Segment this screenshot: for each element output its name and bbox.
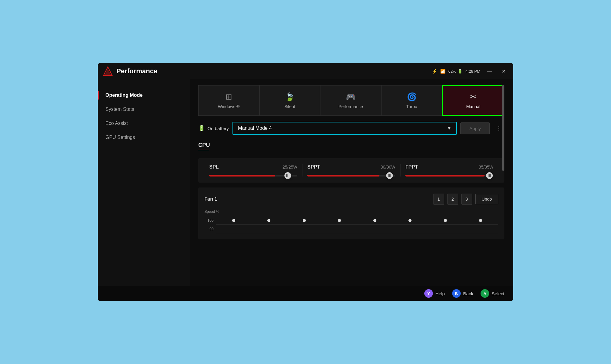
fan-graph-area: Speed % 100 [204,209,498,233]
windows-icon: ⊞ [225,92,232,102]
spl-slider-group: SPL 25/25W [204,164,302,177]
spl-handle-lines [286,174,289,177]
help-key-badge: Y [424,289,433,298]
close-button[interactable]: ✕ [499,67,508,75]
graph-dot[interactable] [338,219,341,222]
fan-header: Fan 1 1 2 3 Undo [204,194,498,205]
fan-tab-1[interactable]: 1 [433,194,444,205]
graph-dot[interactable] [479,219,482,222]
sidebar-item-eco-assist[interactable]: Eco Assist [98,116,190,130]
tab-turbo[interactable]: 🌀 Turbo [381,85,442,116]
tab-windows-label: Windows ® [218,104,240,109]
sppt-track [307,175,395,177]
apply-button[interactable]: Apply [460,122,490,134]
sidebar-item-gpu-settings[interactable]: GPU Settings [98,130,190,144]
sppt-header: SPPT 30/30W [307,164,395,170]
fan-controls: 1 2 3 Undo [433,194,498,205]
cpu-sliders: SPL 25/25W [198,158,504,183]
tab-turbo-label: Turbo [406,104,417,109]
mode-dropdown[interactable]: Manual Mode 4 ▼ [232,122,457,135]
tab-manual[interactable]: ✂ Manual [442,85,504,116]
tab-performance[interactable]: 🎮 Performance [320,85,381,116]
graph-dot[interactable] [444,219,447,222]
fan-section: Fan 1 1 2 3 Undo Speed % 100 [198,187,504,239]
back-label: Back [463,291,473,296]
graph-dot[interactable] [408,219,412,222]
fppt-handle-lines [488,174,491,177]
graph-line-90 [216,225,498,233]
turbo-icon: 🌀 [407,92,417,102]
sidebar-item-operating-mode[interactable]: Operating Mode [98,88,190,102]
app-logo [103,66,113,76]
fan-title: Fan 1 [204,196,217,202]
sidebar: Operating Mode System Stats Eco Assist G… [98,79,190,286]
graph-dot[interactable] [232,219,235,222]
cpu-section: CPU SPL 25/25W [198,142,504,183]
graph-dot[interactable] [267,219,270,222]
undo-button[interactable]: Undo [475,194,498,204]
graph-dot[interactable] [303,219,306,222]
battery-percent: 62% [448,69,456,74]
battery-indicator: 62% 🔋 [448,69,463,74]
back-key-badge: B [452,289,461,298]
main-layout: Operating Mode System Stats Eco Assist G… [98,79,513,286]
scrollbar-thumb[interactable] [502,85,504,171]
silent-icon: 🍃 [285,92,295,102]
tab-windows[interactable]: ⊞ Windows ® [198,85,259,116]
tab-performance-label: Performance [338,104,363,109]
title-bar: Performance ⚡ 📶 62% 🔋 4:28 PM — ✕ [98,63,513,79]
graph-dot[interactable] [373,219,376,222]
minimize-button[interactable]: — [485,67,494,75]
status-icons: ⚡ 📶 62% 🔋 4:28 PM [432,69,480,74]
select-key-badge: A [481,289,489,298]
scrollbar-track [502,85,504,116]
sppt-handle[interactable] [386,172,393,179]
title-right: ⚡ 📶 62% 🔋 4:28 PM — ✕ [432,67,508,75]
sppt-slider-group: SPPT 30/30W [302,164,401,177]
battery-label-text: On battery [207,126,229,131]
bluetooth-icon: ⚡ [432,69,437,74]
fppt-fill [405,175,485,177]
fan-tab-2[interactable]: 2 [447,194,458,205]
battery-label: 🔋 On battery [198,125,229,132]
dropdown-arrow-icon: ▼ [447,126,452,131]
y-label-100: 100 [204,218,214,223]
title-left: Performance [103,66,158,76]
sidebar-item-system-stats[interactable]: System Stats [98,102,190,116]
spl-handle[interactable] [284,172,291,179]
help-label: Help [435,291,445,296]
tab-manual-label: Manual [466,104,480,109]
dropdown-row: 🔋 On battery Manual Mode 4 ▼ Apply ⋮ [198,122,504,135]
tab-silent[interactable]: 🍃 Silent [259,85,320,116]
performance-icon: 🎮 [346,92,356,102]
spl-value: 25/25W [283,165,297,169]
help-btn[interactable]: Y Help [424,289,445,298]
back-btn[interactable]: B Back [452,289,473,298]
graph-row-90: 90 [204,225,498,233]
graph-row-100: 100 [204,216,498,225]
spl-header: SPL 25/25W [209,164,297,170]
fppt-track [405,175,493,177]
fan-tab-3[interactable]: 3 [461,194,472,205]
battery-icon: 🔋 [458,69,463,74]
tab-silent-label: Silent [284,104,295,109]
cpu-section-title: CPU [198,142,210,150]
selected-mode: Manual Mode 4 [238,126,272,131]
spl-fill [209,175,275,177]
select-btn[interactable]: A Select [481,289,504,298]
app-window: Performance ⚡ 📶 62% 🔋 4:28 PM — ✕ Operat… [98,63,513,301]
wifi-icon: 📶 [440,69,445,74]
spl-track [209,175,297,177]
sppt-handle-lines [388,174,391,177]
sppt-fill [307,175,379,177]
fppt-header: FPPT 35/35W [405,164,493,170]
window-controls: — ✕ [485,67,508,75]
graph-dots-100 [216,219,498,222]
select-label: Select [492,291,504,296]
battery-icon-sm: 🔋 [198,125,205,132]
fppt-label: FPPT [405,164,418,170]
clock: 4:28 PM [466,69,480,74]
fppt-slider-group: FPPT 35/35W [401,164,498,177]
fppt-handle[interactable] [486,172,493,179]
sppt-label: SPPT [307,164,320,170]
